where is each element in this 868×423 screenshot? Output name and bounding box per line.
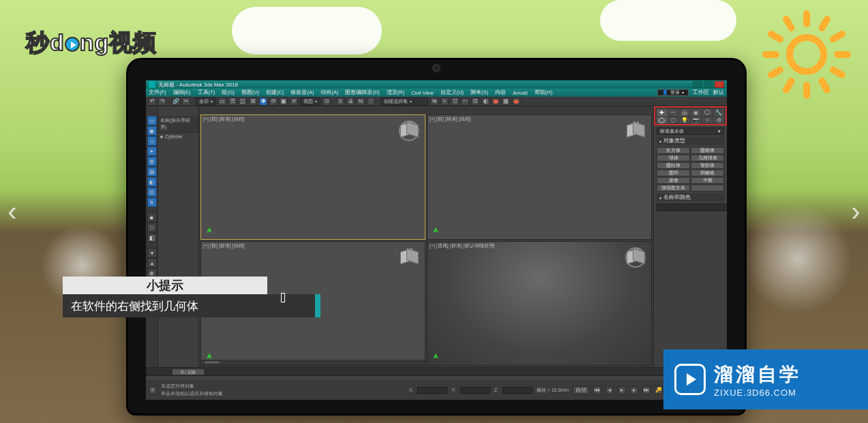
menu-item[interactable]: 图形编辑器(D) xyxy=(345,89,379,96)
percent-snap-button[interactable]: % xyxy=(357,97,365,106)
close-button[interactable] xyxy=(715,81,724,88)
menu-item[interactable]: 创建(C) xyxy=(266,89,284,96)
viewcube[interactable] xyxy=(627,119,644,137)
render-button[interactable]: 🫖 xyxy=(512,97,520,106)
create-tab[interactable]: ✚ xyxy=(657,109,668,116)
render-frame-button[interactable]: ▦ xyxy=(502,97,510,106)
systems-button[interactable]: ⚙ xyxy=(713,117,724,123)
primitive-button[interactable]: 几何球体 xyxy=(691,155,724,161)
brand-banner[interactable]: 溜溜自学 ZIXUE.3D66.COM xyxy=(663,349,868,409)
prev-frame-button[interactable]: ◂ xyxy=(605,386,614,394)
primitive-button[interactable]: 茶壶 xyxy=(657,177,690,184)
menu-item[interactable]: 内容 xyxy=(495,89,506,96)
angle-snap-button[interactable]: ∡ xyxy=(346,97,355,106)
menu-item[interactable]: 自定义(U) xyxy=(440,89,464,96)
link-button[interactable]: 🔗 xyxy=(172,97,180,106)
pivot-button[interactable]: ⊙ xyxy=(323,97,331,106)
keymode-button[interactable]: 🔑 xyxy=(655,386,663,394)
time-slider[interactable]: 0 / 100 xyxy=(146,368,727,376)
viewport-label[interactable]: [+] [前] [标准] [线框] xyxy=(203,116,244,123)
menu-item[interactable]: Civil View xyxy=(411,90,433,96)
shapes-button[interactable]: ⬡ xyxy=(668,117,679,123)
layer-button[interactable]: ☳ xyxy=(451,97,459,106)
viewcube[interactable] xyxy=(400,119,418,137)
primitive-button[interactable]: 球体 xyxy=(657,155,690,161)
placement-button[interactable]: ⤧ xyxy=(290,97,298,106)
menu-item[interactable]: 动画(A) xyxy=(320,89,338,96)
menu-item[interactable]: 文件(F) xyxy=(149,89,166,96)
rail-button[interactable]: ▾ xyxy=(147,248,157,257)
primitive-button[interactable]: 四棱锥 xyxy=(691,170,724,176)
rail-button[interactable]: ▤ xyxy=(147,167,157,176)
signin-combo[interactable]: 👤 登录 xyxy=(657,89,689,96)
viewport-label[interactable]: [+] [前] [标准] [线框] xyxy=(203,242,244,249)
select-name-button[interactable]: ☰ xyxy=(228,97,237,106)
coord-y-input[interactable] xyxy=(460,387,490,394)
schematic-button[interactable]: ⊡ xyxy=(471,97,479,106)
viewcube[interactable] xyxy=(400,246,418,264)
play-button[interactable]: ▸ xyxy=(618,386,626,394)
rail-button[interactable]: ⊞ xyxy=(147,157,157,166)
modify-tab[interactable]: 〰 xyxy=(668,109,679,116)
motion-tab[interactable]: ◉ xyxy=(691,109,702,116)
geometry-button[interactable]: ◯ xyxy=(657,117,668,123)
snap-button[interactable]: 3 xyxy=(336,97,344,106)
goto-end-button[interactable]: ⏭ xyxy=(642,386,650,394)
redo-button[interactable]: ↷ xyxy=(158,97,166,106)
primitive-button[interactable]: 管状体 xyxy=(691,162,724,169)
explorer-header[interactable]: 名称(按升序排序) xyxy=(158,116,198,133)
primitive-button[interactable]: 圆锥体 xyxy=(691,147,724,154)
next-arrow[interactable]: › xyxy=(846,196,865,228)
primitive-button[interactable]: 圆柱体 xyxy=(657,162,690,169)
cameras-button[interactable]: 📷 xyxy=(691,117,702,123)
category-combo[interactable]: 标准基本体 xyxy=(657,127,724,135)
viewport-top-left[interactable]: [+] [前] [标准] [线框] xyxy=(200,114,425,240)
rail-button[interactable]: □ xyxy=(147,223,157,232)
maxscript-button[interactable]: ≡ xyxy=(149,386,157,394)
menu-item[interactable]: 帮助(H) xyxy=(535,89,552,96)
spinner-snap-button[interactable]: ⁝ xyxy=(367,97,375,106)
utilities-tab[interactable]: 🔧 xyxy=(713,109,724,116)
curve-editor-button[interactable]: 〰 xyxy=(461,97,469,106)
menu-item[interactable]: 编辑(E) xyxy=(173,89,191,96)
rail-button[interactable]: ↯ xyxy=(147,198,157,207)
mirror-button[interactable]: ⇋ xyxy=(430,97,438,106)
coord-z-input[interactable] xyxy=(503,387,533,394)
menu-item[interactable]: 修改器(A) xyxy=(290,89,314,96)
workspace-label[interactable]: 工作区 xyxy=(693,89,709,96)
goto-start-button[interactable]: ⏮ xyxy=(593,386,601,394)
prev-arrow[interactable]: ‹ xyxy=(3,196,22,228)
move-button[interactable]: ✥ xyxy=(259,97,267,106)
minimize-button[interactable] xyxy=(693,81,702,88)
select-button[interactable]: ▭ xyxy=(218,97,226,106)
rail-button[interactable]: ■ xyxy=(147,213,157,222)
time-handle[interactable]: 0 / 100 xyxy=(172,369,205,375)
menu-item[interactable]: 脚本(S) xyxy=(470,89,488,96)
menu-item[interactable]: 渲染(R) xyxy=(387,89,404,96)
autokey-button[interactable]: 自动 xyxy=(573,386,589,394)
primitive-button[interactable]: 长方体 xyxy=(657,147,690,154)
window-crossing-button[interactable]: ⊞ xyxy=(249,97,257,106)
display-tab[interactable]: 🖵 xyxy=(702,109,713,116)
rail-button[interactable]: ▴ xyxy=(147,258,157,268)
maximize-button[interactable] xyxy=(704,81,713,88)
material-editor-button[interactable]: ◐ xyxy=(481,97,490,106)
render-setup-button[interactable]: 🫖 xyxy=(492,97,500,106)
menu-item[interactable]: 组(G) xyxy=(222,89,235,96)
rail-button[interactable]: ✦ xyxy=(147,146,157,156)
undo-button[interactable]: ↶ xyxy=(148,97,156,106)
rail-button[interactable]: ◇ xyxy=(147,136,157,146)
viewport-label[interactable]: [+] [透视] [标准] [默认明暗处理] xyxy=(430,242,494,249)
viewport-perspective[interactable]: [+] [透视] [标准] [默认明暗处理] xyxy=(427,241,652,366)
unlink-button[interactable]: ✂ xyxy=(182,97,190,106)
hierarchy-tab[interactable]: 品 xyxy=(679,109,690,116)
viewport-label[interactable]: [+] [前] [标准] [线框] xyxy=(430,116,470,123)
workspace-default[interactable]: 默认 xyxy=(713,89,724,96)
menu-item[interactable]: Arnold xyxy=(513,90,528,96)
object-name-input[interactable] xyxy=(657,204,727,211)
align-button[interactable]: ≡ xyxy=(440,97,449,106)
menu-item[interactable]: 视图(V) xyxy=(241,89,259,96)
primitive-button[interactable]: 加强型文本 xyxy=(657,185,690,191)
primitive-button[interactable]: 圆环 xyxy=(657,170,690,176)
lights-button[interactable]: 💡 xyxy=(679,117,690,123)
